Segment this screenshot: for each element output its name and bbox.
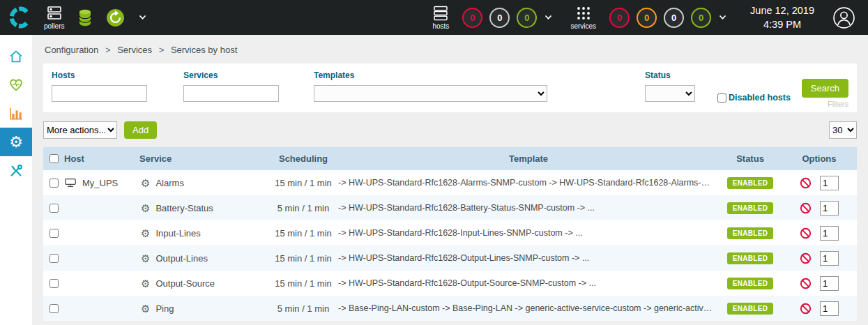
more-actions-select[interactable]: More actions... bbox=[43, 121, 117, 139]
services-ok-counter[interactable]: 0 bbox=[691, 8, 711, 28]
hosts-unreachable-count: 0 bbox=[497, 13, 502, 23]
row-checkbox[interactable] bbox=[50, 204, 59, 213]
disabled-hosts-label[interactable]: Disabled hosts bbox=[729, 93, 791, 103]
row-checkbox[interactable] bbox=[50, 254, 59, 263]
search-button[interactable]: Search bbox=[802, 79, 848, 98]
duplicate-count-input[interactable] bbox=[820, 226, 839, 241]
service-name[interactable]: Input-Lines bbox=[155, 228, 200, 239]
duplicate-count-input[interactable] bbox=[820, 251, 839, 266]
hosts-chevron-down-icon[interactable] bbox=[545, 15, 552, 20]
services-table: Host Service Scheduling Template Status … bbox=[43, 147, 857, 321]
layout: ⚙ Configuration > Services > Services by… bbox=[0, 35, 868, 325]
filter-services-label: Services bbox=[183, 70, 279, 80]
reporting-chart-icon bbox=[8, 106, 24, 121]
filter-hosts-group: Hosts bbox=[52, 70, 147, 102]
service-gear-icon: ⚙ bbox=[141, 228, 150, 239]
home-icon bbox=[8, 49, 24, 64]
search-group: Search Filters bbox=[802, 79, 848, 108]
pollers-menu[interactable]: pollers bbox=[44, 6, 64, 30]
status-badge: ENABLED bbox=[727, 252, 773, 264]
service-name[interactable]: Alarms bbox=[155, 178, 183, 188]
row-checkbox[interactable] bbox=[50, 229, 59, 238]
hosts-menu[interactable]: hosts bbox=[432, 6, 449, 30]
header-scheduling: Scheduling bbox=[268, 153, 338, 164]
duplicate-count-input[interactable] bbox=[820, 276, 839, 291]
table-row: ⚙ Output-Lines 15 min / 1 min -> HW-UPS-… bbox=[43, 245, 857, 271]
sidebar-item-administration[interactable] bbox=[0, 156, 32, 185]
service-name[interactable]: Output-Lines bbox=[155, 253, 207, 264]
disabled-hosts-checkbox[interactable] bbox=[717, 93, 726, 103]
hosts-filter-input[interactable] bbox=[52, 85, 147, 102]
filters-caption: Filters bbox=[828, 100, 848, 108]
disable-icon[interactable] bbox=[800, 202, 812, 214]
duplicate-count-input[interactable] bbox=[820, 201, 839, 216]
clock-time: 4:39 PM bbox=[750, 17, 814, 31]
host-icon bbox=[64, 178, 77, 188]
services-unknown-counter[interactable]: 0 bbox=[664, 8, 684, 28]
breadcrumb-item-configuration[interactable]: Configuration bbox=[45, 45, 98, 55]
services-chevron-down-icon[interactable] bbox=[719, 15, 726, 20]
select-all-checkbox[interactable] bbox=[50, 154, 59, 163]
service-name[interactable]: Output-Source bbox=[155, 278, 215, 289]
host-name[interactable]: My_UPS bbox=[82, 178, 118, 188]
disable-icon[interactable] bbox=[800, 278, 812, 289]
disable-icon[interactable] bbox=[800, 177, 812, 189]
configuration-gear-icon: ⚙ bbox=[9, 135, 23, 150]
breadcrumb-item-services-by-host[interactable]: Services by host bbox=[171, 45, 237, 55]
row-checkbox[interactable] bbox=[50, 179, 59, 188]
status-filter-select[interactable] bbox=[645, 85, 695, 102]
status-badge: ENABLED bbox=[727, 202, 773, 214]
table-row: ⚙ Output-Source 15 min / 1 min -> HW-UPS… bbox=[43, 271, 857, 296]
hosts-up-counter[interactable]: 0 bbox=[517, 8, 537, 28]
services-critical-count: 0 bbox=[617, 13, 622, 23]
main-content: Configuration > Services > Services by h… bbox=[32, 35, 868, 325]
clock: June 12, 2019 4:39 PM bbox=[750, 3, 814, 32]
sidebar-item-reporting[interactable] bbox=[0, 99, 32, 128]
export-configuration[interactable] bbox=[106, 8, 125, 27]
template-chain: -> HW-UPS-Standard-Rfc1628-Output-Lines-… bbox=[338, 253, 719, 263]
services-ok-count: 0 bbox=[699, 13, 703, 23]
status-badge: ENABLED bbox=[727, 227, 773, 239]
services-filter-input[interactable] bbox=[183, 85, 279, 102]
add-button[interactable]: Add bbox=[124, 121, 157, 139]
services-critical-counter[interactable]: 0 bbox=[609, 8, 630, 28]
chevron-down-icon[interactable] bbox=[139, 15, 146, 20]
template-chain: -> HW-UPS-Standard-Rfc1628-Output-Source… bbox=[338, 278, 719, 288]
centreon-logo[interactable] bbox=[0, 0, 38, 35]
breadcrumb-item-services[interactable]: Services bbox=[117, 45, 152, 55]
service-name[interactable]: Battery-Status bbox=[155, 203, 213, 213]
templates-filter-select[interactable] bbox=[314, 85, 547, 102]
services-unknown-count: 0 bbox=[671, 13, 676, 23]
row-checkbox[interactable] bbox=[50, 279, 59, 288]
services-warning-counter[interactable]: 0 bbox=[637, 8, 657, 28]
disable-icon[interactable] bbox=[800, 227, 812, 239]
service-gear-icon: ⚙ bbox=[141, 253, 150, 264]
hosts-unreachable-counter[interactable]: 0 bbox=[489, 8, 510, 28]
services-menu[interactable]: services bbox=[570, 6, 596, 30]
service-name[interactable]: Ping bbox=[155, 303, 174, 314]
breadcrumb: Configuration > Services > Services by h… bbox=[32, 35, 868, 62]
pollers-label: pollers bbox=[44, 22, 64, 30]
row-checkbox[interactable] bbox=[50, 304, 59, 313]
page-size-select[interactable]: 30 bbox=[829, 121, 857, 139]
filter-services-group: Services bbox=[183, 70, 279, 102]
filter-hosts-label: Hosts bbox=[52, 70, 147, 80]
user-menu[interactable] bbox=[832, 6, 855, 29]
disable-icon[interactable] bbox=[800, 252, 812, 264]
table-header-row: Host Service Scheduling Template Status … bbox=[43, 147, 857, 170]
breadcrumb-separator: > bbox=[105, 45, 111, 55]
disable-icon[interactable] bbox=[800, 303, 812, 315]
duplicate-count-input[interactable] bbox=[820, 176, 839, 190]
sidebar: ⚙ bbox=[0, 35, 32, 325]
header-options: Options bbox=[782, 153, 857, 164]
service-gear-icon: ⚙ bbox=[141, 278, 150, 289]
hosts-icon bbox=[432, 6, 449, 21]
duplicate-count-input[interactable] bbox=[820, 301, 839, 316]
sidebar-item-home[interactable] bbox=[0, 42, 32, 70]
sidebar-item-monitoring[interactable] bbox=[0, 70, 32, 99]
services-icon bbox=[576, 6, 591, 21]
hosts-down-counter[interactable]: 0 bbox=[462, 8, 482, 28]
sidebar-item-configuration[interactable]: ⚙ bbox=[0, 128, 32, 156]
services-warning-count: 0 bbox=[644, 13, 649, 23]
database-status[interactable] bbox=[77, 8, 93, 27]
